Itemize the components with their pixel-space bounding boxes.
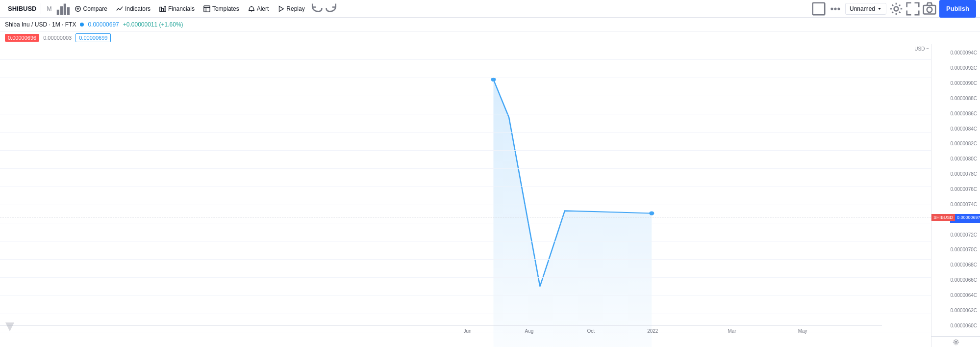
svg-rect-9 xyxy=(164,6,166,11)
toolbar-left: SHIBUSD M Compare Indicators Financials … xyxy=(4,2,811,16)
time-axis-settings[interactable] xyxy=(931,336,980,347)
price-label-0580: 0.0000062C xyxy=(948,308,980,313)
interval-badge[interactable]: M xyxy=(44,3,55,14)
blue-price-badge: 0.00000699 xyxy=(75,33,111,42)
templates-button[interactable]: Templates xyxy=(200,3,243,14)
shibusd-badge-container: SHIBUSD 0.00000697 xyxy=(931,214,980,221)
tradingview-watermark xyxy=(4,321,16,334)
price-change: +0.00000011 (+1.60%) xyxy=(123,21,183,28)
price-label-0860: 0.0000088C xyxy=(948,96,980,101)
price-label-0800: 0.0000082C xyxy=(948,141,980,146)
price-label-0760: 0.0000078C xyxy=(948,171,980,177)
svg-marker-13 xyxy=(279,6,284,11)
svg-rect-7 xyxy=(160,7,162,11)
chart-dot-top xyxy=(491,78,496,81)
price-label-0560: 0.0000060C xyxy=(948,323,980,328)
symbol-badge[interactable]: SHIBUSD xyxy=(4,3,41,14)
compare-label: Compare xyxy=(83,5,107,12)
symbol-row: Shiba Inu / USD · 1M · FTX 0.00000697 +0… xyxy=(0,18,980,31)
price-label-0820: 0.0000084C xyxy=(948,126,980,132)
chart-area[interactable]: Jun Aug Oct 2022 Mar May USD ~ xyxy=(0,44,931,347)
symbol-full-name: Shiba Inu / USD · 1M · FTX xyxy=(5,21,76,28)
alert-button[interactable]: Alert xyxy=(244,3,273,14)
unnamed-label: Unnamed xyxy=(850,5,875,12)
compare-button[interactable]: Compare xyxy=(71,3,111,14)
svg-point-22 xyxy=(955,341,956,343)
shibusd-ticker-badge: SHIBUSD xyxy=(931,214,955,221)
open-price-badge: 0.00000696 xyxy=(5,34,39,42)
svg-rect-8 xyxy=(162,8,164,11)
gray-price-badge: 0.00000003 xyxy=(41,34,74,42)
redo-button[interactable] xyxy=(325,2,338,16)
svg-rect-3 xyxy=(67,7,69,15)
alert-label: Alert xyxy=(257,5,269,12)
svg-point-19 xyxy=(894,6,899,11)
settings-button[interactable] xyxy=(889,2,903,16)
currency-label: USD ~ xyxy=(914,46,929,52)
replay-label: Replay xyxy=(286,5,304,12)
chart-type-button[interactable] xyxy=(56,2,70,16)
price-axis: 0.0000094C 0.0000092C 0.0000090C 0.00000… xyxy=(931,44,980,347)
time-label-may: May xyxy=(798,328,807,334)
price-label-0840: 0.0000086C xyxy=(948,111,980,116)
price-label-0660: 0.0000070C xyxy=(948,247,980,252)
financials-button[interactable]: Financials xyxy=(155,3,199,14)
toolbar: SHIBUSD M Compare Indicators Financials … xyxy=(0,0,980,18)
price-label-0720: 0.0000074C xyxy=(948,202,980,207)
svg-point-16 xyxy=(834,7,836,10)
svg-point-15 xyxy=(830,7,833,10)
price-current: 0.00000697 xyxy=(88,21,119,28)
settings-gear-icon xyxy=(953,339,959,346)
price-label-0740: 0.0000076C xyxy=(948,187,980,192)
dots-button[interactable] xyxy=(829,2,842,16)
time-label-jun: Jun xyxy=(463,328,471,334)
price-label-0880: 0.0000090C xyxy=(948,80,980,86)
svg-rect-10 xyxy=(204,5,210,11)
screenshot-button[interactable] xyxy=(923,2,936,16)
fullscreen-button[interactable] xyxy=(906,2,920,16)
svg-rect-1 xyxy=(60,6,62,15)
svg-point-21 xyxy=(927,7,932,12)
price-label-0640: 0.0000068C xyxy=(948,262,980,268)
svg-point-17 xyxy=(837,7,840,10)
indicators-button[interactable]: Indicators xyxy=(112,3,154,14)
svg-rect-2 xyxy=(63,3,66,15)
financials-label: Financials xyxy=(168,5,195,12)
price-chart-svg xyxy=(0,44,931,347)
chevron-down-icon xyxy=(877,6,882,11)
chart-dot-end xyxy=(649,211,654,215)
price-label-0600: 0.0000064C xyxy=(948,293,980,298)
price-label-0680: 0.0000072C xyxy=(948,232,980,238)
price-badges-row: 0.00000696 0.00000003 0.00000699 xyxy=(0,31,980,44)
time-label-mar: Mar xyxy=(728,328,736,334)
svg-rect-14 xyxy=(813,2,825,15)
svg-marker-18 xyxy=(878,8,881,10)
replay-button[interactable]: Replay xyxy=(274,3,308,14)
tv-logo-icon xyxy=(4,321,16,333)
price-label-0900: 0.0000092C xyxy=(948,65,980,71)
shibusd-price-badge: 0.00000697 xyxy=(955,214,980,221)
price-label-0920: 0.0000094C xyxy=(948,50,980,55)
main-area: Jun Aug Oct 2022 Mar May USD ~ 0.0000094… xyxy=(0,44,980,347)
undo-button[interactable] xyxy=(310,2,324,16)
price-label-0780: 0.0000080C xyxy=(948,156,980,161)
publish-button[interactable]: Publish xyxy=(939,0,976,18)
chart-area-fill xyxy=(493,80,652,347)
toolbar-right: Unnamed Publish xyxy=(812,0,976,18)
layout-button[interactable] xyxy=(812,2,826,16)
svg-rect-0 xyxy=(56,9,59,15)
time-label-oct: Oct xyxy=(587,328,595,334)
indicators-label: Indicators xyxy=(125,5,151,12)
price-label-0620: 0.0000066C xyxy=(948,277,980,283)
time-axis: Jun Aug Oct 2022 Mar May xyxy=(0,325,882,336)
time-label-2022: 2022 xyxy=(647,328,658,334)
symbol-color-dot xyxy=(80,23,84,27)
unnamed-button[interactable]: Unnamed xyxy=(845,3,886,15)
templates-label: Templates xyxy=(212,5,239,12)
time-label-aug: Aug xyxy=(525,328,533,334)
